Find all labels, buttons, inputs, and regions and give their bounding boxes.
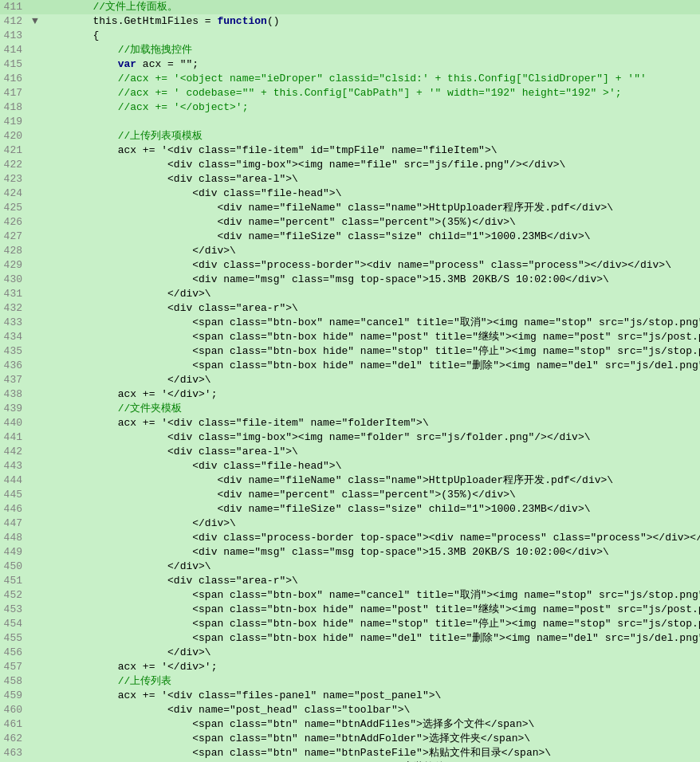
code-content: <div name="fileSize" class="size" child=…	[41, 502, 700, 517]
code-content: </div>\	[41, 287, 700, 301]
code-line: 417 //acx += ' codebase="" + this.Config…	[0, 86, 700, 100]
line-number: 448	[0, 531, 29, 545]
line-number: 416	[0, 72, 29, 86]
code-line: 454 <span class="btn-box hide" name="sto…	[0, 617, 700, 631]
line-number: 454	[0, 617, 29, 631]
line-number: 430	[0, 273, 29, 287]
normal-token: <span class="btn" name="btnPasteFile">粘贴…	[192, 747, 551, 759]
code-content: //acx += '<object name="ieDroper" classi…	[41, 72, 700, 86]
code-line: 441 <div class="img-box"><img name="fold…	[0, 430, 700, 445]
code-line: 462 <span class="btn" name="btnAddFolder…	[0, 732, 700, 746]
line-number: 414	[0, 43, 29, 57]
code-content: acx += '</div>';	[41, 660, 700, 674]
code-content: this.GetHtmlFiles = function()	[41, 14, 700, 29]
code-content: <div name="msg" class="msg top-space">15…	[41, 273, 700, 287]
code-content: <div class="file-head">\	[41, 187, 700, 201]
code-content: <span class="btn" name="btnAddFolder">选择…	[41, 732, 700, 746]
line-number: 461	[0, 717, 29, 732]
code-content: <span class="btn-box hide" name="post" t…	[41, 603, 700, 617]
code-content: <span class="btn-box hide" name="del" ti…	[41, 631, 700, 646]
line-number: 462	[0, 732, 29, 746]
code-content: <div name="percent" class="percent">(35%…	[41, 215, 700, 230]
code-line: 437 </div>\	[0, 373, 700, 387]
code-content: //加载拖拽控件	[41, 43, 700, 57]
line-number: 447	[0, 517, 29, 531]
normal-token: acx = "";	[136, 58, 199, 70]
code-content: <span class="btn-box hide" name="del" ti…	[41, 359, 700, 373]
normal-token: </div>\	[167, 374, 211, 386]
code-content: </div>\	[41, 517, 700, 531]
line-number: 421	[0, 143, 29, 158]
normal-token: <div class="process-border"><div name="p…	[192, 259, 671, 271]
code-line: 445 <div name="percent" class="percent">…	[0, 488, 700, 502]
code-content: <span class="btn-box hide" name="stop" t…	[41, 344, 700, 359]
code-line: 427 <div name="fileSize" class="size" ch…	[0, 230, 700, 244]
line-number: 434	[0, 330, 29, 344]
line-number: 441	[0, 430, 29, 445]
code-line: 451 <div class="area-r">\	[0, 574, 700, 588]
keyword-token: function	[217, 15, 266, 27]
line-number: 457	[0, 660, 29, 674]
code-line: 416 //acx += '<object name="ieDroper" cl…	[0, 72, 700, 86]
normal-token: <span class="btn" name="btnAddFiles">选择多…	[192, 718, 534, 730]
code-content: <div name="fileName" class="name">HttpUp…	[41, 201, 700, 215]
code-content: <div class="img-box"><img name="folder" …	[41, 430, 700, 445]
code-content: <div class="file-head">\	[41, 459, 700, 473]
code-line: 422 <div class="img-box"><img name="file…	[0, 158, 700, 172]
normal-token: </div>\	[167, 560, 211, 572]
line-number: 460	[0, 703, 29, 717]
line-number: 438	[0, 387, 29, 402]
normal-token: <div class="area-l">\	[167, 446, 298, 458]
code-line: 449 <div name="msg" class="msg top-space…	[0, 545, 700, 560]
normal-token: <div name="fileSize" class="size" child=…	[217, 230, 590, 242]
fold-icon[interactable]: ▼	[29, 14, 41, 29]
code-line: 458 //上传列表	[0, 674, 700, 689]
normal-token: <div name="fileSize" class="size" child=…	[217, 503, 590, 515]
code-content: //acx += ' codebase="" + this.Config["Ca…	[41, 86, 700, 100]
code-content: </div>\	[41, 244, 700, 258]
code-line: 463 <span class="btn" name="btnPasteFile…	[0, 746, 700, 760]
code-line: 438 acx += '</div>';	[0, 387, 700, 402]
line-number: 446	[0, 502, 29, 517]
line-number: 435	[0, 344, 29, 359]
code-line: 440 acx += '<div class="file-item" name=…	[0, 416, 700, 430]
line-number: 412	[0, 14, 29, 29]
normal-token: <div class="file-head">\	[192, 187, 341, 199]
normal-token: <div name="msg" class="msg top-space">15…	[192, 273, 609, 285]
normal-token: <span class="btn-box hide" name="del" ti…	[192, 359, 700, 371]
normal-token: <div class="img-box"><img name="file" sr…	[167, 159, 565, 171]
comment-token: //文件上传面板。	[92, 1, 178, 13]
line-number: 431	[0, 287, 29, 301]
line-number: 415	[0, 57, 29, 72]
normal-token: <div class="area-l">\	[167, 173, 298, 185]
code-line: 446 <div name="fileSize" class="size" ch…	[0, 502, 700, 517]
code-line: 426 <div name="percent" class="percent">…	[0, 215, 700, 230]
code-line: 459 acx += '<div class="files-panel" nam…	[0, 689, 700, 703]
line-number: 419	[0, 115, 29, 129]
code-content: //上传列表	[41, 674, 700, 689]
code-content: {	[41, 29, 700, 43]
line-number: 437	[0, 373, 29, 387]
normal-token: <div class="file-head">\	[192, 460, 341, 472]
normal-token: acx += '<div class="files-panel" name="p…	[118, 689, 442, 701]
code-content: acx += '<div class="file-item" id="tmpFi…	[41, 143, 700, 158]
code-content: var acx = "";	[41, 57, 700, 72]
code-line: 411 //文件上传面板。	[0, 0, 700, 14]
code-line: 425 <div name="fileName" class="name">Ht…	[0, 201, 700, 215]
code-line: 443 <div class="file-head">\	[0, 459, 700, 473]
code-content: <span class="btn" name="btnPasteFile">粘贴…	[41, 746, 700, 760]
line-number: 451	[0, 574, 29, 588]
normal-token: <span class="btn" name="btnAddFolder">选择…	[192, 733, 530, 744]
line-number: 444	[0, 473, 29, 488]
normal-token: acx += '</div>';	[118, 388, 218, 400]
code-line: 421 acx += '<div class="file-item" id="t…	[0, 143, 700, 158]
code-content: </div>\	[41, 373, 700, 387]
comment-token: //上传列表项模板	[118, 130, 203, 142]
normal-token: </div>\	[167, 646, 211, 658]
code-line: 420 //上传列表项模板	[0, 129, 700, 143]
code-content: <div name="msg" class="msg top-space">15…	[41, 545, 700, 560]
normal-token: </div>\	[192, 245, 236, 257]
line-number: 433	[0, 316, 29, 330]
code-content: //文件夹模板	[41, 402, 700, 416]
line-number: 458	[0, 674, 29, 689]
